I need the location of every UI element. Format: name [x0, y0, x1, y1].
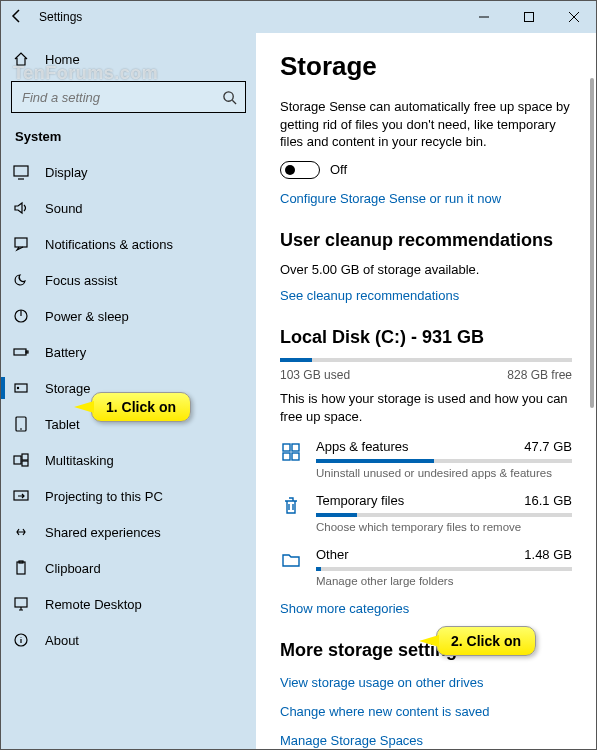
search-icon	[222, 90, 237, 105]
toggle-track[interactable]	[280, 161, 320, 179]
page-title: Storage	[280, 51, 572, 82]
display-icon	[13, 164, 29, 180]
storage-icon	[13, 380, 29, 396]
trash-icon	[280, 495, 302, 517]
projecting-icon	[13, 488, 29, 504]
disk-used-label: 103 GB used	[280, 368, 350, 382]
about-icon	[13, 632, 29, 648]
svg-rect-6	[26, 351, 28, 353]
storage-sense-desc: Storage Sense can automatically free up …	[280, 98, 572, 151]
battery-icon	[13, 344, 29, 360]
svg-rect-21	[292, 453, 299, 460]
sidebar-item-projecting[interactable]: Projecting to this PC	[1, 478, 256, 514]
svg-rect-14	[17, 562, 25, 574]
sidebar-item-battery[interactable]: Battery	[1, 334, 256, 370]
svg-rect-7	[15, 384, 27, 392]
sidebar-item-clipboard[interactable]: Clipboard	[1, 550, 256, 586]
category-apps-features[interactable]: Apps & features47.7 GB Uninstall unused …	[280, 439, 572, 479]
disk-desc: This is how your storage is used and how…	[280, 390, 572, 425]
svg-rect-19	[292, 444, 299, 451]
sidebar-item-focus-assist[interactable]: Focus assist	[1, 262, 256, 298]
folder-icon	[280, 549, 302, 571]
notifications-icon	[13, 236, 29, 252]
link-manage-storage-spaces[interactable]: Manage Storage Spaces	[280, 733, 572, 748]
svg-point-1	[224, 91, 233, 100]
svg-rect-0	[524, 13, 533, 22]
svg-rect-18	[283, 444, 290, 451]
search-input[interactable]	[20, 89, 222, 106]
minimize-button[interactable]	[461, 1, 506, 33]
category-other[interactable]: Other1.48 GB Manage other large folders	[280, 547, 572, 587]
annotation-2: 2. Click on	[436, 626, 536, 656]
sidebar-item-shared-experiences[interactable]: Shared experiences	[1, 514, 256, 550]
annotation-1: 1. Click on	[91, 392, 191, 422]
home-icon	[13, 51, 29, 67]
remote-desktop-icon	[13, 596, 29, 612]
close-button[interactable]	[551, 1, 596, 33]
link-change-content-saved[interactable]: Change where new content is saved	[280, 704, 572, 719]
sound-icon	[13, 200, 29, 216]
svg-rect-2	[14, 166, 28, 176]
back-button[interactable]	[9, 8, 25, 27]
sidebar-item-multitasking[interactable]: Multitasking	[1, 442, 256, 478]
svg-rect-12	[22, 461, 28, 466]
tablet-icon	[13, 416, 29, 432]
svg-rect-5	[14, 349, 26, 355]
sidebar: Home System Display Sound Notifications …	[1, 33, 256, 749]
window-title: Settings	[39, 10, 82, 24]
sidebar-home[interactable]: Home	[1, 41, 256, 77]
cleanup-link[interactable]: See cleanup recommendations	[280, 288, 572, 303]
sidebar-home-label: Home	[45, 52, 80, 67]
disk-heading: Local Disk (C:) - 931 GB	[280, 327, 572, 348]
sidebar-item-remote-desktop[interactable]: Remote Desktop	[1, 586, 256, 622]
sidebar-category: System	[1, 123, 256, 154]
svg-point-8	[17, 387, 18, 388]
titlebar: Settings	[1, 1, 596, 33]
focus-assist-icon	[13, 272, 29, 288]
category-temporary-files[interactable]: Temporary files16.1 GB Choose which temp…	[280, 493, 572, 533]
search-box[interactable]	[11, 81, 246, 113]
power-icon	[13, 308, 29, 324]
sidebar-item-power-sleep[interactable]: Power & sleep	[1, 298, 256, 334]
link-view-storage-other-drives[interactable]: View storage usage on other drives	[280, 675, 572, 690]
scrollbar[interactable]	[590, 78, 594, 408]
multitasking-icon	[13, 452, 29, 468]
sidebar-item-display[interactable]: Display	[1, 154, 256, 190]
svg-rect-11	[22, 454, 28, 460]
clipboard-icon	[13, 560, 29, 576]
svg-rect-3	[15, 238, 27, 247]
svg-rect-20	[283, 453, 290, 460]
configure-storage-sense-link[interactable]: Configure Storage Sense or run it now	[280, 191, 572, 206]
sidebar-item-notifications[interactable]: Notifications & actions	[1, 226, 256, 262]
disk-usage-bar	[280, 358, 572, 362]
sidebar-item-sound[interactable]: Sound	[1, 190, 256, 226]
storage-sense-toggle[interactable]: Off	[280, 161, 572, 179]
show-more-categories-link[interactable]: Show more categories	[280, 601, 572, 616]
shared-icon	[13, 524, 29, 540]
svg-rect-10	[14, 456, 21, 464]
maximize-button[interactable]	[506, 1, 551, 33]
cleanup-sub: Over 5.00 GB of storage available.	[280, 261, 572, 279]
svg-rect-16	[15, 598, 27, 607]
toggle-state: Off	[330, 162, 347, 177]
apps-icon	[280, 441, 302, 463]
disk-free-label: 828 GB free	[507, 368, 572, 382]
cleanup-heading: User cleanup recommendations	[280, 230, 572, 251]
sidebar-item-about[interactable]: About	[1, 622, 256, 658]
